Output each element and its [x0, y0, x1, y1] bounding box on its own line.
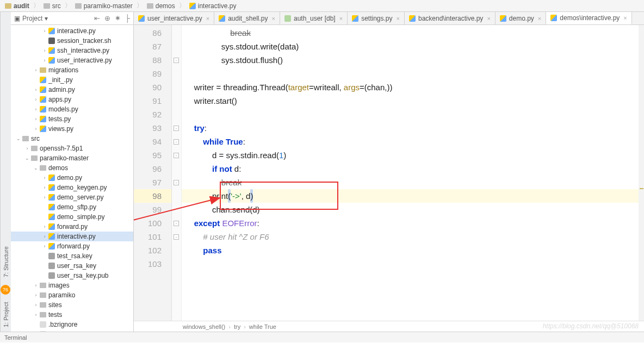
tree-item[interactable]: ›views.py [11, 124, 133, 134]
expand-arrow-icon[interactable]: › [33, 292, 39, 298]
tree-item[interactable]: session_tracker.sh [11, 36, 133, 46]
expand-arrow-icon[interactable]: › [41, 28, 48, 34]
code-line[interactable]: try: [182, 121, 644, 135]
tree-item[interactable]: ›demo_keygen.py [11, 183, 133, 192]
status-crumb[interactable]: try [234, 323, 240, 330]
tree-item[interactable]: ⌄demos [11, 163, 133, 173]
bottom-tool-bar[interactable]: Terminal [0, 332, 644, 342]
tree-item[interactable]: ›models.py [11, 104, 133, 114]
status-crumb[interactable]: windows_shell() [183, 323, 225, 330]
rail-project[interactable]: 1: Project [3, 302, 9, 327]
tree-item[interactable]: ›demo_server.py [11, 192, 133, 202]
expand-arrow-icon[interactable]: › [33, 302, 39, 308]
tree-item[interactable]: ›forward.py [11, 222, 133, 232]
fold-marker-icon[interactable]: - [174, 139, 179, 145]
editor-tab[interactable]: demo.py× [496, 12, 546, 24]
tree-item[interactable]: ›apps.py [11, 95, 133, 104]
code-line[interactable]: while True: [182, 135, 644, 148]
close-icon[interactable]: × [538, 15, 541, 22]
code-line[interactable]: if not d: [182, 162, 644, 176]
expand-arrow-icon[interactable]: › [41, 195, 48, 200]
tree-item[interactable]: ⌄src [11, 134, 133, 144]
close-icon[interactable]: × [397, 15, 400, 22]
code-line[interactable]: sys.stdout.write(data) [182, 40, 644, 53]
tree-item[interactable]: demo_sftp.py [11, 202, 133, 212]
editor-tab[interactable]: audit_shell.py× [214, 12, 280, 24]
marker-strip[interactable] [639, 25, 644, 321]
breadcrumb-item[interactable]: demos [145, 2, 177, 10]
expand-arrow-icon[interactable]: › [33, 87, 39, 92]
tree-item[interactable]: ›sites [11, 300, 133, 310]
tree-item[interactable]: ›interactive.py [11, 232, 133, 241]
code-line[interactable]: except EOFError: [182, 216, 644, 230]
tree-item[interactable]: demo_simple.py [11, 212, 133, 222]
editor-tab[interactable]: auth_user [db]× [280, 12, 348, 24]
tree-item[interactable]: ›images [11, 280, 133, 290]
expand-arrow-icon[interactable]: ⌄ [15, 136, 22, 141]
tree-item[interactable]: ›tests.py [11, 114, 133, 124]
code-line[interactable]: break [182, 26, 644, 40]
rail-structure[interactable]: 7: Structure [3, 246, 9, 277]
code-line[interactable]: writer.start() [182, 94, 644, 108]
editor-tab[interactable]: settings.py× [348, 12, 405, 24]
tree-item[interactable]: user_rsa_key [11, 261, 133, 271]
code-area[interactable]: 8687888990919293949596979899100101102103… [134, 25, 644, 321]
expand-arrow-icon[interactable]: › [33, 283, 39, 288]
tree-item[interactable]: ›migrations [11, 65, 133, 75]
code-line[interactable]: writer = threading.Thread(target=writeal… [182, 80, 644, 94]
settings-icon[interactable]: ✷ [115, 14, 121, 22]
tree-item[interactable]: ›interactive.py [11, 26, 133, 36]
close-icon[interactable]: × [206, 15, 209, 22]
expand-arrow-icon[interactable]: › [33, 97, 39, 102]
fold-marker-icon[interactable]: - [174, 234, 179, 240]
expand-icon[interactable]: ⊕ [104, 14, 110, 22]
tree-item[interactable]: .gitignore [11, 329, 133, 332]
expand-arrow-icon[interactable]: › [24, 146, 30, 151]
code-line[interactable]: d = sys.stdin.read(1) [182, 148, 644, 162]
close-icon[interactable]: × [272, 15, 275, 22]
expand-arrow-icon[interactable]: › [33, 126, 39, 132]
editor-tab[interactable]: user_interactive.py× [134, 12, 214, 24]
tree-item[interactable]: ›ssh_interactive.py [11, 46, 133, 55]
editor-tab[interactable]: demos\interactive.py× [546, 12, 632, 24]
close-icon[interactable]: × [487, 15, 490, 22]
expand-arrow-icon[interactable]: › [41, 234, 48, 239]
terminal-tab[interactable]: Terminal [4, 334, 27, 341]
tree-item[interactable]: ›admin.py [11, 85, 133, 95]
tree-item[interactable]: .bzrignore [11, 320, 133, 329]
expand-arrow-icon[interactable]: › [41, 48, 48, 53]
expand-arrow-icon[interactable]: › [33, 107, 39, 112]
fold-marker-icon[interactable]: - [174, 153, 179, 158]
code-line[interactable]: sys.stdout.flush() [182, 53, 644, 67]
code-line[interactable] [182, 67, 644, 80]
expand-arrow-icon[interactable]: › [41, 244, 48, 249]
fold-marker-icon[interactable]: - [174, 58, 179, 63]
code-lines[interactable]: break sys.stdout.write(data) sys.stdout.… [182, 25, 644, 321]
breadcrumb-item[interactable]: interactive.py [188, 2, 238, 10]
expand-arrow-icon[interactable]: › [33, 312, 39, 317]
code-line[interactable]: break [182, 176, 644, 189]
expand-arrow-icon[interactable]: ⌄ [24, 155, 30, 161]
fold-marker-icon[interactable]: - [174, 126, 179, 131]
tree-item[interactable]: ⌄paramiko-master [11, 153, 133, 163]
code-line[interactable]: print('->', d) [182, 189, 644, 203]
expand-arrow-icon[interactable]: › [33, 67, 39, 73]
status-crumb[interactable]: while True [249, 323, 276, 330]
fold-marker-icon[interactable]: - [174, 221, 179, 226]
tree-item[interactable]: ›user_interactive.py [11, 55, 133, 65]
code-line[interactable]: chan.send(d) [182, 203, 644, 216]
code-line[interactable] [182, 257, 644, 271]
tree-item[interactable]: ›openssh-7.5p1 [11, 144, 133, 153]
expand-arrow-icon[interactable]: ⌄ [33, 165, 39, 171]
breadcrumb-item[interactable]: paramiko-master [73, 2, 134, 10]
breadcrumb-item[interactable]: audit [3, 2, 31, 10]
project-dropdown[interactable]: ▣ Project ▾ [14, 15, 48, 22]
tree-item[interactable]: ›paramiko [11, 290, 133, 300]
fold-marker-icon[interactable]: - [174, 180, 179, 185]
project-tree[interactable]: ›interactive.pysession_tracker.sh›ssh_in… [11, 25, 133, 332]
expand-arrow-icon[interactable]: › [41, 185, 48, 190]
code-line[interactable]: pass [182, 244, 644, 257]
collapse-icon[interactable]: ⇤ [94, 14, 100, 22]
tree-item[interactable]: test_rsa.key [11, 251, 133, 261]
breadcrumb-item[interactable]: src [42, 2, 63, 10]
